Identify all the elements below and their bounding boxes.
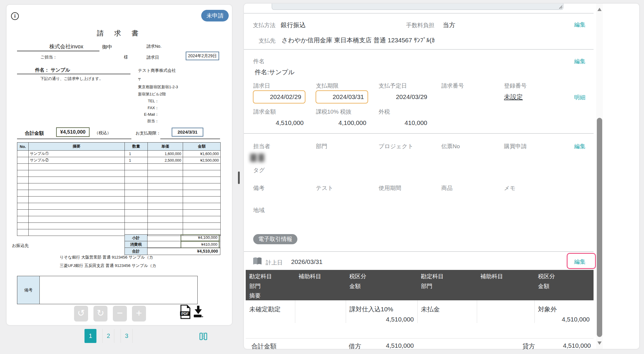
- col-qty: 数量: [125, 143, 148, 151]
- jr-credit-tax[interactable]: 対象外: [538, 305, 557, 313]
- col-desc: 摘要: [29, 143, 125, 151]
- page-tab-2[interactable]: 2: [102, 329, 114, 343]
- jr-credit-amount[interactable]: 4,510,000: [536, 316, 590, 323]
- scroll-down-arrow[interactable]: [597, 341, 602, 345]
- doc-tax-note: （税込）: [94, 130, 111, 136]
- person-name-redacted: [250, 154, 257, 162]
- download-icon[interactable]: [193, 305, 203, 318]
- item-row-empty: [17, 203, 221, 210]
- bank-label: お振込先: [12, 243, 29, 248]
- fee-label: 手数料負担: [406, 21, 434, 29]
- e-transaction-info-button[interactable]: 電子取引情報: [253, 234, 297, 244]
- invoice-items-table: No. 摘要 数量 単価 金額 サンプル① 1 1,600,000 ¥1,600…: [17, 142, 221, 236]
- tax-label: 消費税: [125, 241, 147, 248]
- doc-invoice-date-box: 2024年2月29日: [186, 52, 219, 60]
- info-icon[interactable]: i: [11, 12, 19, 20]
- detail-link[interactable]: 明細: [574, 94, 585, 101]
- doc-issuer-postal: 〒: [138, 77, 142, 82]
- jh-debit-amount: 金額: [349, 282, 361, 290]
- department-label: 部門: [316, 143, 327, 150]
- tag-label: タグ: [253, 166, 265, 174]
- bank-line-2: 三菱UFJ銀行 五反田支店 普通 9123456 サンプル（カ: [60, 263, 156, 268]
- jh-debit-tax: 税区分: [349, 273, 366, 280]
- invoice-number-label: 請求番号: [441, 82, 464, 90]
- bank-line-1: りそな銀行 大阪営業部 普通 9123456 サンプル（カ: [60, 255, 153, 260]
- detail-scrollbar[interactable]: [596, 4, 603, 349]
- voucher-no-label: 伝票No: [441, 143, 460, 150]
- divider: [244, 49, 594, 50]
- jh-debit-sub: 補助科目: [299, 273, 321, 280]
- subject-edit-link[interactable]: 編集: [574, 58, 585, 65]
- compare-pages-icon[interactable]: [199, 333, 207, 340]
- registration-number-value[interactable]: 未設定: [504, 90, 523, 103]
- item-row-empty: [17, 223, 221, 229]
- invoice-preview-panel: i 未申請 請 求 書 株式会社invox 御中 請求No. ご担当： 様 請求…: [7, 5, 232, 325]
- scrollbar-thumb[interactable]: [597, 118, 602, 337]
- doc-greeting: 下記の通り、ご請求申し上げます。: [40, 76, 103, 81]
- fee-value: 当方: [443, 21, 455, 29]
- jr-debit-tax[interactable]: 課対仕入込10%: [349, 305, 393, 313]
- payment-edit-link[interactable]: 編集: [574, 21, 585, 29]
- doc-subject-line: 件名： サンプル: [35, 67, 70, 73]
- jf-total-label: 合計金額: [251, 342, 276, 350]
- jh-credit-tax: 税区分: [538, 273, 555, 280]
- jh-summary: 摘要: [249, 292, 261, 300]
- scheduled-date-label: 支払予定日: [379, 82, 407, 90]
- memo-textarea[interactable]: [272, 4, 563, 10]
- subject-label: 件名: [253, 58, 265, 65]
- doc-underline: [17, 51, 99, 51]
- jf-debit-total: 4,510,000: [360, 342, 414, 349]
- jr-credit-account[interactable]: 未払金: [421, 305, 440, 313]
- doc-contact-label: ご担当：: [40, 55, 57, 60]
- item-row-empty: [17, 197, 221, 203]
- jh-debit-account: 勘定科目: [249, 273, 272, 280]
- doc-issuer-name: テスト商事株式会社: [138, 68, 176, 73]
- journal-edit-link[interactable]: 編集: [574, 258, 585, 266]
- due-date-input[interactable]: 2024/03/31: [316, 90, 368, 103]
- invoice-date-input[interactable]: 2024/02/29: [253, 90, 305, 103]
- invoice-totals: 小計 ¥4,100,000 消費税 ¥410,000 合計 ¥4,510,000: [125, 234, 220, 255]
- item-row-empty: [17, 210, 221, 216]
- divider: [244, 13, 594, 13]
- invoice-amount-label: 請求金額: [253, 108, 276, 116]
- rotate-left-icon[interactable]: ↺: [74, 306, 88, 321]
- zoom-in-icon[interactable]: +: [132, 306, 146, 321]
- person-name-redacted: [258, 154, 264, 162]
- doc-issuer-address1: 東京都新宿区新宿1-2-3: [138, 84, 178, 90]
- taxable-label: 課税10% 税抜: [316, 108, 351, 116]
- subtotal-value: ¥4,100,000: [181, 234, 219, 241]
- scroll-up-arrow[interactable]: [597, 8, 602, 11]
- journal-table: 勘定科目 補助科目 税区分 勘定科目 補助科目 税区分 部門 金額 部門 金額 …: [246, 270, 594, 352]
- zoom-out-icon[interactable]: −: [113, 306, 127, 321]
- jf-credit-total: 4,510,000: [537, 342, 591, 349]
- doc-recipient-company: 株式会社invox: [49, 43, 83, 50]
- jh-credit-dept: 部門: [421, 282, 432, 290]
- page-tab-1[interactable]: 1: [84, 329, 96, 343]
- custom-field-3-label: 商品: [441, 184, 453, 192]
- pdf-download-icon[interactable]: PDF: [180, 305, 190, 319]
- doc-recipient-honorific: 御中: [102, 44, 112, 50]
- doc-issuer-contact-label: 担当：: [138, 118, 159, 124]
- posting-date-label: 計上日: [266, 259, 283, 267]
- item-row-empty: [17, 170, 221, 177]
- jh-credit-amount: 金額: [538, 282, 549, 290]
- jr-debit-amount[interactable]: 4,510,000: [360, 316, 414, 323]
- doc-total-box: ¥4,510,000: [56, 127, 90, 137]
- rotate-right-icon[interactable]: ↻: [93, 306, 107, 321]
- item-row-empty: [17, 183, 221, 190]
- doc-due-box: 2024/3/31: [172, 128, 203, 137]
- custom-field-2-label: 使用期間: [379, 184, 401, 192]
- invoice-detail-panel: 支払方法 銀行振込 手数料負担 当方 編集 支払先 さわやか信用金庫 東日本橋支…: [244, 4, 639, 349]
- doc-issuer-email-label: E-Mail：: [138, 112, 159, 117]
- payment-method-label: 支払方法: [244, 21, 276, 29]
- jr-debit-account[interactable]: 未確定勘定: [249, 305, 281, 313]
- assign-edit-link[interactable]: 編集: [574, 143, 585, 150]
- payee-value: さわやか信用金庫 東日本橋支店 普通 1234567 ｻﾝﾌﾟﾙ(ｶ: [282, 36, 435, 44]
- total-row-label: 合計: [125, 248, 147, 255]
- page-tab-3[interactable]: 3: [121, 329, 133, 343]
- notes-box: 備考: [17, 276, 198, 304]
- status-badge: 未申請: [201, 10, 229, 21]
- scheduled-date-value: 2024/03/29: [378, 90, 427, 103]
- jf-debit-label: 借方: [349, 342, 361, 350]
- preview-scrollbar-thumb[interactable]: [238, 171, 240, 184]
